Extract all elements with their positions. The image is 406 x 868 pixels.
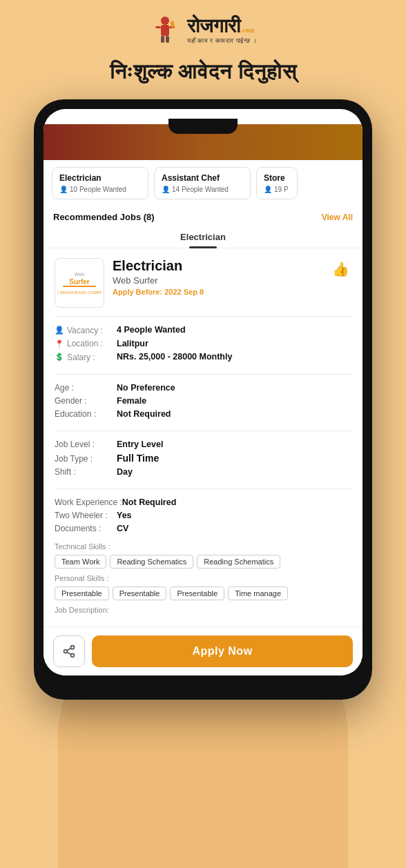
info-section-1: 👤 Vacancy : 4 People Wanted 📍 Location :… <box>55 322 351 368</box>
age-value: No Preference <box>117 383 175 393</box>
personal-skills-section: Personal Skills : PresentablePresentable… <box>55 574 351 600</box>
technical-skills-label: Technical Skills : <box>55 542 351 551</box>
bottom-bar: Apply Now <box>44 627 362 675</box>
people-icon-3: 👤 <box>264 186 272 193</box>
location-value: Lalitpur <box>117 339 148 348</box>
job-card-title-3: Store <box>264 173 290 183</box>
job-level-row: Job Level : Entry Level <box>55 440 351 449</box>
svg-point-12 <box>64 649 68 653</box>
svg-rect-1 <box>161 25 169 36</box>
job-level-label: Job Level : <box>55 440 117 449</box>
svg-rect-9 <box>63 286 96 287</box>
svg-text:THE BROADBAND COMPANY: THE BROADBAND COMPANY <box>57 290 102 295</box>
section-header: Recommended Jobs (8) View All <box>44 206 362 226</box>
salary-row: 💲 Salary : NRs. 25,000 - 28000 Monthly <box>55 352 351 362</box>
gender-label: Gender : <box>55 396 117 406</box>
divider-4 <box>55 489 351 489</box>
job-title-block: Electrician Web Surfer Apply Before: 202… <box>113 258 329 296</box>
age-row: Age : No Preference <box>55 383 351 393</box>
documents-label: Documents : <box>55 524 117 533</box>
phone-screen: Electrician 👤 10 People Wanted Assistant… <box>44 109 362 675</box>
people-icon-2: 👤 <box>162 186 170 193</box>
shift-value: Day <box>117 467 133 477</box>
documents-value: CV <box>117 524 128 533</box>
two-wheeler-row: Two Wheeler : Yes <box>55 511 351 520</box>
svg-rect-4 <box>161 36 164 43</box>
vacancy-value: 4 People Wanted <box>117 325 186 335</box>
svg-rect-2 <box>155 26 161 28</box>
svg-text:Surfer: Surfer <box>69 278 90 286</box>
person-icon: 👤 <box>55 326 64 335</box>
job-card-store[interactable]: Store 👤 19 P <box>256 167 298 199</box>
share-icon <box>62 644 76 658</box>
recommended-jobs-label: Recommended Jobs (8) <box>53 212 155 222</box>
phone-mockup: Electrician 👤 10 People Wanted Assistant… <box>34 99 372 700</box>
personal-skill-tag: Presentable <box>170 586 224 600</box>
divider-1 <box>55 316 351 317</box>
technical-skill-tag: Reading Schematics <box>110 555 193 569</box>
like-button[interactable]: 👍 <box>329 258 351 280</box>
tab-bar: Electrician <box>44 226 362 248</box>
logo-title: रोजगारी.com <box>187 17 254 36</box>
job-cards-row: Electrician 👤 10 People Wanted Assistant… <box>44 160 362 206</box>
vacancy-row: 👤 Vacancy : 4 People Wanted <box>55 325 351 335</box>
logo-text-block: रोजगारी.com यहाँ काम र कामदार पाईन्छ । <box>187 17 257 45</box>
personal-skill-tag: Presentable <box>113 586 167 600</box>
personal-skill-tag: Presentable <box>55 586 109 600</box>
share-button[interactable] <box>53 635 85 667</box>
documents-row: Documents : CV <box>55 524 351 533</box>
gender-row: Gender : Female <box>55 396 351 406</box>
view-all-button[interactable]: View All <box>322 213 353 222</box>
divider-3 <box>55 431 351 431</box>
job-card-chef[interactable]: Assistant Chef 👤 14 People Wanted <box>154 167 251 199</box>
job-desc-label: Job Description: <box>55 606 351 614</box>
svg-point-13 <box>71 653 75 657</box>
technical-skill-tag: Reading Schematics <box>197 555 280 569</box>
phone-notch <box>168 119 238 134</box>
education-row: Education : Not Required <box>55 409 351 419</box>
apply-now-button[interactable]: Apply Now <box>92 635 353 667</box>
company-logo: Web Surfer THE BROADBAND COMPANY <box>55 258 104 308</box>
technical-skills-tags: Team WorkReading SchematicsReading Schem… <box>55 555 351 569</box>
svg-point-0 <box>161 17 169 25</box>
education-label: Education : <box>55 409 117 419</box>
shift-row: Shift : Day <box>55 467 351 477</box>
job-card-meta-2: 👤 14 People Wanted <box>162 186 243 193</box>
technical-skills-section: Technical Skills : Team WorkReading Sche… <box>55 542 351 569</box>
location-label: 📍 Location : <box>55 339 117 348</box>
two-wheeler-value: Yes <box>117 511 132 520</box>
svg-text:Web: Web <box>75 272 84 277</box>
vacancy-label: 👤 Vacancy : <box>55 326 117 335</box>
job-card-title-1: Electrician <box>59 173 141 183</box>
personal-skills-label: Personal Skills : <box>55 574 351 582</box>
tab-electrician[interactable]: Electrician <box>169 226 237 248</box>
job-type-row: Job Type : Full Time <box>55 453 351 464</box>
work-exp-label: Work Experience : <box>55 497 122 507</box>
two-wheeler-label: Two Wheeler : <box>55 511 117 520</box>
job-card-meta-3: 👤 19 P <box>264 186 290 193</box>
company-name: Web Surfer <box>113 275 329 286</box>
salary-value: NRs. 25,000 - 28000 Monthly <box>117 352 232 362</box>
technical-skill-tag: Team Work <box>55 555 106 569</box>
job-card-meta-1: 👤 10 People Wanted <box>59 186 141 193</box>
location-row: 📍 Location : Lalitpur <box>55 339 351 349</box>
websurfer-logo-svg: Web Surfer THE BROADBAND COMPANY <box>57 261 102 305</box>
logo-section: रोजगारी.com यहाँ काम र कामदार पाईन्छ । <box>148 14 257 47</box>
job-title: Electrician <box>113 258 329 274</box>
job-level-value: Entry Level <box>117 440 163 449</box>
job-detail-card: Web Surfer THE BROADBAND COMPANY Electri… <box>44 248 362 627</box>
job-type-label: Job Type : <box>55 454 117 464</box>
svg-line-15 <box>67 648 71 650</box>
personal-skills-tags: PresentablePresentablePresentableTime ma… <box>55 586 351 600</box>
job-card-title-2: Assistant Chef <box>162 173 243 183</box>
salary-icon: 💲 <box>55 353 64 362</box>
gender-value: Female <box>117 396 146 406</box>
age-label: Age : <box>55 383 117 393</box>
salary-label: 💲 Salary : <box>55 353 117 362</box>
work-exp-value: Not Required <box>122 497 176 507</box>
info-section-4: Work Experience : Not Required Two Wheel… <box>55 495 351 540</box>
svg-point-11 <box>71 645 75 649</box>
logo-img: रोजगारी.com यहाँ काम र कामदार पाईन्छ । <box>148 14 257 47</box>
job-card-electrician[interactable]: Electrician 👤 10 People Wanted <box>52 167 148 199</box>
logo-subtitle: यहाँ काम र कामदार पाईन्छ । <box>187 37 257 45</box>
